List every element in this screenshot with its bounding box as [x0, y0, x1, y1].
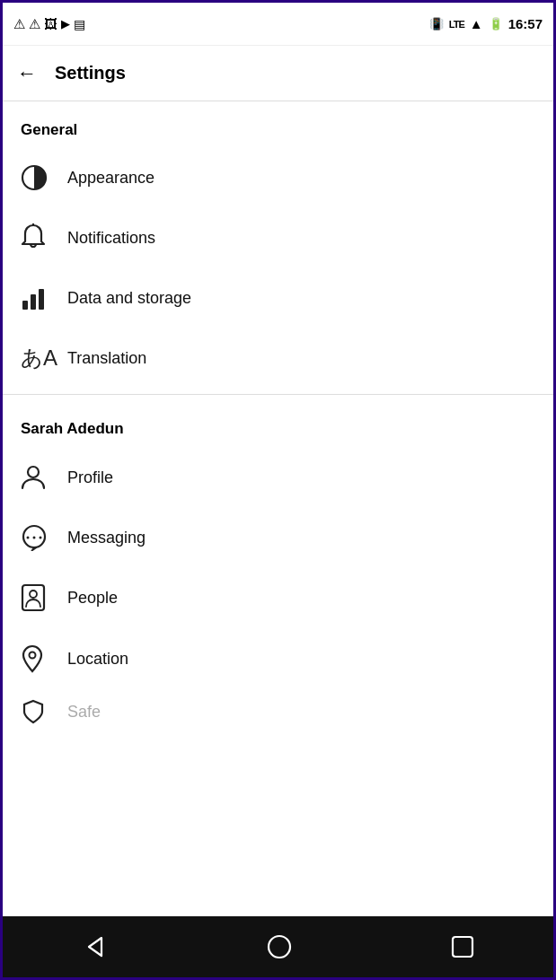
- settings-item-profile[interactable]: Profile: [3, 447, 553, 508]
- translation-icon: あA: [21, 344, 67, 372]
- vibrate-icon: 📳: [429, 17, 444, 31]
- section-divider: [3, 394, 553, 395]
- play-icon: ▶: [61, 17, 70, 31]
- notifications-label: Notifications: [67, 229, 155, 248]
- profile-icon: [21, 463, 67, 492]
- image-icon: 🖼: [44, 16, 57, 31]
- svg-marker-13: [89, 938, 101, 956]
- safe-icon: [21, 699, 67, 724]
- section-general-label: General: [21, 121, 77, 138]
- location-label: Location: [67, 650, 128, 669]
- section-sarah-header: Sarah Adedun: [3, 400, 553, 447]
- lte-icon: LTE: [449, 19, 464, 30]
- messaging-icon: [21, 524, 67, 551]
- section-general-header: General: [3, 101, 553, 148]
- signal-icon: ▲: [470, 16, 483, 31]
- back-button[interactable]: ←: [17, 62, 37, 85]
- settings-item-safe[interactable]: Safe: [3, 689, 553, 734]
- section-sarah-label: Sarah Adedun: [21, 420, 124, 437]
- svg-point-7: [27, 537, 30, 539]
- status-right-icons: 📳 LTE ▲ 🔋 16:57: [429, 16, 543, 31]
- svg-rect-2: [22, 301, 28, 310]
- settings-item-notifications[interactable]: Notifications: [3, 207, 553, 268]
- profile-label: Profile: [67, 468, 113, 487]
- list-icon: ▤: [74, 17, 85, 31]
- svg-rect-4: [39, 289, 44, 310]
- data-storage-icon: [21, 284, 67, 311]
- nav-back-button[interactable]: [82, 933, 109, 960]
- location-icon: [21, 644, 67, 673]
- status-bar: ⚠ ⚠ 🖼 ▶ ▤ 📳 LTE ▲ 🔋 16:57: [3, 3, 553, 46]
- settings-item-location[interactable]: Location: [3, 628, 553, 689]
- warning-icon-2: ⚠: [29, 16, 40, 32]
- header: ← Settings: [3, 46, 553, 101]
- data-storage-label: Data and storage: [67, 289, 191, 308]
- settings-content: General Appearance Notifications: [3, 101, 553, 922]
- messaging-label: Messaging: [67, 529, 146, 547]
- settings-item-translation[interactable]: あA Translation: [3, 328, 553, 389]
- translation-label: Translation: [67, 349, 146, 368]
- svg-point-14: [269, 936, 290, 958]
- svg-point-12: [30, 652, 36, 659]
- status-time: 16:57: [508, 16, 543, 31]
- status-left-icons: ⚠ ⚠ 🖼 ▶ ▤: [13, 16, 85, 32]
- settings-item-people[interactable]: People: [3, 567, 553, 628]
- nav-bar: [3, 916, 553, 977]
- settings-item-data-storage[interactable]: Data and storage: [3, 268, 553, 328]
- nav-recent-button[interactable]: [450, 934, 475, 959]
- safe-label: Safe: [67, 703, 101, 722]
- svg-rect-15: [453, 937, 472, 957]
- people-label: People: [67, 589, 118, 608]
- svg-point-9: [40, 537, 42, 539]
- warning-icon-1: ⚠: [13, 16, 25, 32]
- appearance-icon: [21, 164, 67, 191]
- header-title: Settings: [55, 63, 126, 83]
- svg-point-8: [33, 537, 36, 539]
- svg-rect-3: [31, 294, 36, 310]
- svg-point-5: [28, 467, 39, 477]
- notifications-icon: [21, 223, 67, 252]
- nav-home-button[interactable]: [266, 933, 293, 960]
- people-icon: [21, 583, 67, 612]
- appearance-label: Appearance: [67, 169, 154, 188]
- settings-item-appearance[interactable]: Appearance: [3, 148, 553, 207]
- settings-item-messaging[interactable]: Messaging: [3, 508, 553, 567]
- svg-point-11: [30, 591, 37, 598]
- battery-icon: 🔋: [489, 17, 503, 31]
